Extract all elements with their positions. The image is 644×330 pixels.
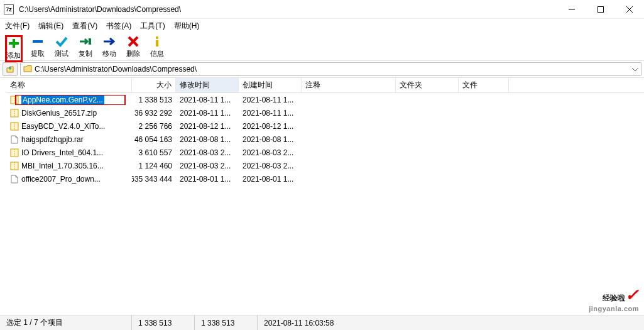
maximize-button[interactable]	[586, 0, 615, 19]
cell-ctime: 2021-08-11 1...	[239, 109, 302, 118]
cell-ctime: 2021-08-03 2...	[239, 148, 302, 157]
svg-rect-1	[598, 6, 604, 12]
file-row[interactable]: MBI_Intel_1.70.305.16...1 124 4602021-08…	[6, 159, 644, 172]
toolbar-check-button[interactable]: 测试	[53, 35, 70, 58]
col-mtime[interactable]: 修改时间	[176, 78, 239, 92]
watermark: 经验啦✓ jingyanla.com	[589, 285, 639, 312]
col-size[interactable]: 大小	[132, 78, 176, 92]
menu-help[interactable]: 帮助(H)	[174, 21, 200, 31]
cell-size: 1 338 513	[132, 96, 176, 104]
svg-point-10	[156, 36, 158, 39]
toolbar-label: 测试	[55, 49, 68, 58]
toolbar-label: 信息	[150, 49, 164, 58]
move-icon	[102, 35, 116, 48]
check-icon	[55, 35, 68, 48]
cell-mtime: 2021-08-03 2...	[176, 148, 239, 157]
file-row[interactable]: office2007_Pro_down...635 343 4442021-08…	[6, 172, 644, 185]
toolbar-minus-button[interactable]: 提取	[29, 35, 46, 58]
col-folder[interactable]: 文件夹	[396, 78, 459, 92]
cell-ctime: 2021-08-08 1...	[239, 135, 302, 144]
toolbar-move-button[interactable]: 移动	[101, 35, 118, 58]
up-folder-icon	[6, 65, 14, 74]
status-size1: 1 338 513	[132, 316, 195, 330]
minus-icon	[31, 35, 44, 48]
cell-mtime: 2021-08-08 1...	[176, 135, 239, 144]
status-bar: 选定 1 / 7 个项目 1 338 513 1 338 513 2021-08…	[0, 315, 644, 330]
delete-icon	[128, 35, 139, 48]
chevron-down-icon[interactable]	[632, 65, 638, 74]
menu-bar: 文件(F) 编辑(E) 查看(V) 书签(A) 工具(T) 帮助(H)	[0, 19, 644, 33]
col-file[interactable]: 文件	[459, 78, 509, 92]
svg-rect-6	[33, 40, 43, 43]
col-name[interactable]: 名称	[6, 78, 132, 92]
cell-size: 36 932 292	[132, 109, 176, 118]
cell-ctime: 2021-08-03 2...	[239, 162, 302, 170]
column-headers: 名称 大小 修改时间 创建时间 注释 文件夹 文件	[6, 78, 644, 93]
toolbar: 添加提取测试复制移动删除信息	[0, 33, 644, 60]
col-ctime[interactable]: 创建时间	[239, 78, 302, 92]
cell-size: 46 054 163	[132, 135, 176, 144]
cell-name: office2007_Pro_down...	[6, 175, 132, 184]
cell-mtime: 2021-08-12 1...	[176, 122, 239, 131]
cell-size: 3 610 557	[132, 148, 176, 157]
info-icon	[151, 35, 163, 48]
cell-ctime: 2021-08-01 1...	[239, 175, 302, 184]
toolbar-plus-button[interactable]: 添加	[5, 35, 23, 62]
address-row: C:\Users\Administrator\Downloads\Compres…	[0, 60, 644, 78]
toolbar-info-button[interactable]: 信息	[148, 35, 166, 58]
cell-name: haigspdfzhqpjb.rar	[6, 135, 132, 144]
cell-name: AppNee.com.GenP.v2...	[6, 95, 132, 105]
svg-rect-5	[9, 42, 19, 45]
window-title: C:\Users\Administrator\Downloads\Compres…	[18, 5, 557, 14]
menu-file[interactable]: 文件(F)	[5, 21, 30, 31]
svg-rect-7	[89, 38, 91, 45]
address-bar[interactable]: C:\Users\Administrator\Downloads\Compres…	[20, 62, 641, 76]
file-row[interactable]: EasyBCD_V2.4.0_XiTo...2 256 7662021-08-1…	[6, 119, 644, 133]
toolbar-copy-button[interactable]: 复制	[77, 35, 94, 58]
folder-icon	[23, 65, 32, 74]
cell-mtime: 2021-08-01 1...	[176, 175, 239, 184]
cell-size: 2 256 766	[132, 122, 176, 131]
toolbar-label: 提取	[31, 49, 45, 58]
up-button[interactable]	[3, 62, 18, 76]
cell-name: EasyBCD_V2.4.0_XiTo...	[6, 122, 132, 131]
cell-size: 1 124 460	[132, 162, 176, 170]
cell-mtime: 2021-08-11 1...	[176, 109, 239, 118]
file-row[interactable]: AppNee.com.GenP.v2...1 338 5132021-08-11…	[6, 93, 644, 106]
copy-icon	[79, 35, 92, 48]
col-comment[interactable]: 注释	[302, 78, 396, 92]
menu-view[interactable]: 查看(V)	[72, 21, 97, 31]
cell-name: IO Drivers_Intel_604.1...	[6, 148, 132, 157]
title-bar: 7z C:\Users\Administrator\Downloads\Comp…	[0, 0, 644, 19]
toolbar-delete-button[interactable]: 删除	[124, 35, 142, 58]
file-row[interactable]: IO Drivers_Intel_604.1...3 610 5572021-0…	[6, 146, 644, 159]
toolbar-label: 移动	[102, 49, 116, 58]
toolbar-label: 删除	[126, 49, 140, 58]
address-text: C:\Users\Administrator\Downloads\Compres…	[35, 65, 197, 74]
check-icon: ✓	[625, 285, 639, 304]
file-row[interactable]: DiskGenius_26517.zip36 932 2922021-08-11…	[6, 106, 644, 119]
status-selection: 选定 1 / 7 个项目	[0, 316, 132, 330]
status-time: 2021-08-11 16:03:58	[258, 316, 644, 330]
status-size2: 1 338 513	[195, 316, 258, 330]
menu-edit[interactable]: 编辑(E)	[38, 21, 63, 31]
plus-icon	[8, 37, 20, 50]
toolbar-label: 复制	[79, 49, 92, 58]
cell-ctime: 2021-08-11 1...	[239, 96, 302, 104]
app-icon: 7z	[4, 4, 14, 14]
menu-bookmark[interactable]: 书签(A)	[106, 21, 131, 31]
close-button[interactable]	[615, 0, 644, 19]
cell-name: DiskGenius_26517.zip	[6, 109, 132, 118]
toolbar-label: 添加	[7, 51, 21, 60]
svg-rect-11	[156, 40, 158, 47]
cell-ctime: 2021-08-12 1...	[239, 122, 302, 131]
menu-tools[interactable]: 工具(T)	[140, 21, 165, 31]
cell-size: 635 343 444	[132, 175, 176, 184]
file-list: AppNee.com.GenP.v2...1 338 5132021-08-11…	[6, 93, 644, 185]
minimize-button[interactable]	[557, 0, 586, 19]
cell-mtime: 2021-08-11 1...	[176, 96, 239, 104]
cell-mtime: 2021-08-03 2...	[176, 162, 239, 170]
cell-name: MBI_Intel_1.70.305.16...	[6, 162, 132, 170]
file-row[interactable]: haigspdfzhqpjb.rar46 054 1632021-08-08 1…	[6, 133, 644, 146]
